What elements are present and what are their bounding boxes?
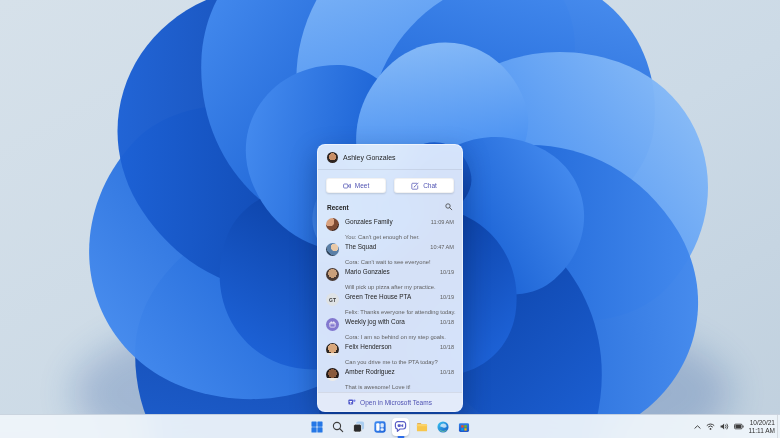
conversation-title: Green Tree House PTA (345, 293, 411, 300)
taskbar-date: 10/20/21 (749, 419, 776, 427)
quick-actions: Meet Chat (318, 170, 462, 198)
taskbar-clock[interactable]: 10/20/21 11:11 AM (749, 419, 776, 434)
conversation-title: Amber Rodriguez (345, 368, 395, 375)
user-avatar (327, 152, 338, 163)
conversation-row[interactable]: Mario Gonzales 10/19 Will pick up pizza … (318, 265, 462, 290)
folder-icon (416, 421, 428, 433)
conversation-row[interactable]: Gonzales Family 11:09 AM You: Can't get … (318, 215, 462, 240)
search-icon[interactable] (445, 203, 453, 211)
task-view-icon (353, 421, 365, 433)
task-view-button[interactable] (350, 418, 367, 436)
edge-icon (437, 421, 449, 433)
conversation-time: 11:09 AM (431, 219, 454, 225)
open-in-teams-label: Open in Microsoft Teams (360, 399, 432, 406)
conversation-row[interactable]: Amber Rodriguez 10/18 That is awesome! L… (318, 365, 462, 390)
volume-icon[interactable] (720, 423, 729, 430)
teams-chat-icon (394, 420, 407, 433)
taskbar: 10/20/21 11:11 AM (0, 414, 780, 438)
conversation-time: 10/18 (440, 344, 454, 350)
conversation-preview: That is awesome! Love it! (345, 384, 411, 390)
conversation-list: Gonzales Family 11:09 AM You: Can't get … (318, 214, 462, 392)
file-explorer-button[interactable] (413, 418, 430, 436)
start-button[interactable] (308, 418, 325, 436)
taskbar-center-icons (308, 415, 472, 438)
desktop: Ashley Gonzales Meet Chat Recent (0, 0, 780, 438)
conversation-time: 10:47 AM (430, 244, 454, 250)
system-tray: 10/20/21 11:11 AM (694, 415, 776, 438)
conversation-avatar (326, 343, 339, 356)
taskbar-time: 11:11 AM (749, 427, 776, 435)
conversation-avatar (326, 368, 339, 381)
conversation-time: 10/18 (440, 369, 454, 375)
active-app-indicator (397, 436, 404, 438)
conversation-time: 10/19 (440, 294, 454, 300)
microsoft-store-button[interactable] (455, 418, 472, 436)
conversation-avatar (326, 218, 339, 231)
open-in-teams-button[interactable]: Open in Microsoft Teams (318, 392, 462, 411)
recent-heading: Recent (327, 204, 349, 211)
conversation-avatar (326, 243, 339, 256)
conversation-row[interactable]: The Squad 10:47 AM Cora: Can't wait to s… (318, 240, 462, 265)
conversation-row[interactable]: Weekly jog with Cora 10/18 Cora: I am so… (318, 315, 462, 340)
teams-chat-flyout: Ashley Gonzales Meet Chat Recent (317, 144, 463, 412)
teams-chat-button[interactable] (392, 418, 409, 436)
compose-icon (411, 182, 419, 190)
chat-button-label: Chat (423, 182, 437, 189)
conversation-title: The Squad (345, 243, 376, 250)
recent-header: Recent (318, 198, 462, 214)
search-button[interactable] (329, 418, 346, 436)
search-icon (332, 421, 344, 433)
video-camera-icon (343, 182, 351, 190)
windows-logo-icon (311, 421, 323, 433)
conversation-title: Mario Gonzales (345, 268, 390, 275)
widgets-icon (374, 421, 386, 433)
conversation-title: Gonzales Family (345, 218, 393, 225)
conversation-avatar (326, 268, 339, 281)
conversation-title: Felix Henderson (345, 343, 392, 350)
conversation-time: 10/18 (440, 319, 454, 325)
widgets-button[interactable] (371, 418, 388, 436)
chat-button[interactable]: Chat (394, 178, 454, 193)
meet-button-label: Meet (355, 182, 369, 189)
user-name: Ashley Gonzales (343, 154, 396, 161)
meet-button[interactable]: Meet (326, 178, 386, 193)
conversation-avatar-initials: GT (326, 293, 339, 306)
hidden-icons-chevron-icon[interactable] (694, 424, 701, 430)
conversation-title: Weekly jog with Cora (345, 318, 405, 325)
conversation-row[interactable]: Felix Henderson 10/18 Can you drive me t… (318, 340, 462, 365)
calendar-icon (326, 318, 339, 331)
battery-icon[interactable] (734, 423, 744, 430)
teams-logo-icon (348, 398, 356, 406)
store-icon (458, 421, 470, 433)
conversation-row[interactable]: GT Green Tree House PTA 10/19 Felix: Tha… (318, 290, 462, 315)
conversation-time: 10/19 (440, 269, 454, 275)
wifi-icon[interactable] (706, 423, 715, 430)
edge-button[interactable] (434, 418, 451, 436)
profile-row[interactable]: Ashley Gonzales (318, 145, 462, 170)
